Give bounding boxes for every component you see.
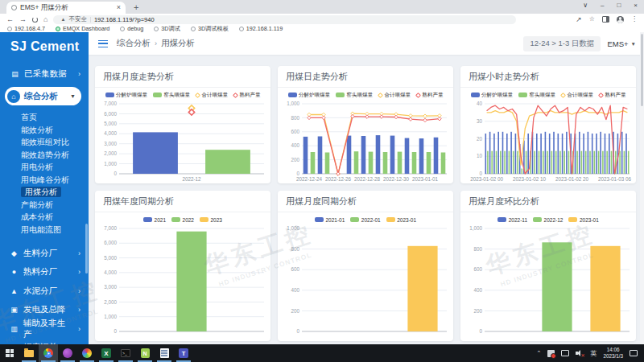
breadcrumb-section[interactable]: 综合分析	[117, 38, 151, 49]
close-icon[interactable]: ×	[634, 2, 638, 9]
sidebar-submenu-item[interactable]: 用电分析	[0, 161, 89, 174]
legend-label: 窑头喂煤量	[530, 92, 556, 99]
address-bar[interactable]: ▲ 不安全 192.168.1.119/?p=940	[53, 15, 516, 24]
taskbar-chrome-icon[interactable]	[39, 344, 58, 362]
legend-item[interactable]: 2022-01	[350, 217, 380, 223]
legend-item[interactable]: 合计喂煤量	[196, 92, 228, 99]
sidebar-submenu-item[interactable]: 能效分析	[0, 124, 89, 137]
taskbar-clock[interactable]: 14:06 2023/1/3	[603, 347, 623, 360]
browser-tab[interactable]: EMS+ 用煤分析 ×	[6, 2, 126, 14]
legend-item[interactable]: 熟料产量	[599, 92, 626, 99]
share-icon[interactable]: ↗	[576, 16, 582, 23]
sidebar-group-item[interactable]: ●熟料分厂›	[0, 263, 89, 282]
sidebar-submenu-item[interactable]: 能效班组对比	[0, 136, 89, 149]
new-tab-button[interactable]: +	[134, 2, 138, 12]
legend-item[interactable]: 2023-01	[568, 217, 598, 223]
maximize-icon[interactable]: □	[617, 2, 621, 9]
sidebar-submenu-item[interactable]: 首页	[0, 111, 89, 124]
taskbar-app-color-icon[interactable]	[77, 344, 97, 362]
sidebar-submenu-item[interactable]: 用电峰谷分析	[0, 174, 89, 187]
minimize-icon[interactable]: –	[601, 2, 604, 9]
sidebar-item-collected-data[interactable]: ▤ 已采集数据 ›	[0, 65, 89, 83]
taskbar-notepad-icon[interactable]: N	[135, 344, 155, 362]
chart-plot[interactable]: 02004006008001,0002022-12-242022-12-2620…	[278, 99, 453, 183]
sidebar-submenu-item[interactable]: 成本分析	[0, 211, 89, 224]
legend-item[interactable]: 分解炉喂煤量	[288, 92, 331, 99]
sidebar-group-item[interactable]: ◆生料分厂›	[0, 244, 89, 263]
svg-text:400: 400	[473, 287, 482, 293]
legend-item[interactable]: 2021-01	[315, 217, 345, 223]
legend-item[interactable]: 分解炉喂煤量	[105, 92, 148, 99]
taskbar-file-explorer-icon[interactable]	[19, 344, 39, 362]
legend-item[interactable]: 2023-01	[386, 217, 416, 223]
sidebar-submenu-item[interactable]: 用煤分析	[0, 186, 89, 199]
legend-item[interactable]: 2022-12	[533, 217, 563, 223]
taskbar-app-purple-icon[interactable]	[58, 344, 77, 362]
chart-plot[interactable]: 0102030402023-01-02 002023-01-02 102023-…	[460, 99, 636, 183]
legend-item[interactable]: 分解炉喂煤量	[471, 92, 514, 99]
bookmark-item[interactable]: 192.168.4.7	[7, 25, 45, 32]
legend-item[interactable]: 2021	[143, 217, 166, 223]
taskbar-terminal-icon[interactable]: >_	[116, 344, 135, 362]
legend-item[interactable]: 熟料产量	[233, 92, 261, 99]
chevron-down-icon: ▼	[70, 93, 76, 99]
legend-item[interactable]: 合计喂煤量	[561, 92, 593, 99]
legend-item[interactable]: 2023	[200, 217, 222, 223]
page-scrollbar[interactable]	[640, 32, 644, 344]
page-scrollbar-thumb[interactable]	[641, 34, 643, 106]
chart-plot[interactable]: 01,0002,0003,0004,0005,0006,0007,000	[95, 224, 270, 341]
volume-muted-icon[interactable]: ✕	[576, 350, 584, 357]
bookmark-item[interactable]: 3D调试模板	[191, 25, 229, 33]
sidebar-submenu-item[interactable]: 用电能流图	[0, 224, 89, 237]
side-panel-icon[interactable]	[602, 16, 609, 23]
sidebar-group-item[interactable]: ▥辅助及非生产›	[0, 319, 89, 339]
legend-item[interactable]: 窑头喂煤量	[518, 92, 555, 99]
tab-close-icon[interactable]: ×	[117, 4, 121, 11]
svg-text:2022-12-28: 2022-12-28	[354, 176, 381, 182]
sidebar-scrollbar-thumb[interactable]	[85, 224, 88, 274]
taskbar-document-app-icon[interactable]	[155, 344, 174, 362]
legend-item[interactable]: 合计喂煤量	[378, 92, 411, 99]
forward-icon[interactable]: →	[19, 16, 27, 23]
sidebar-group-item[interactable]: ▣发电及总降›	[0, 301, 89, 320]
profile-avatar-icon[interactable]	[617, 16, 624, 23]
back-icon[interactable]: ←	[6, 16, 14, 23]
legend-item[interactable]: 窑头喂煤量	[153, 92, 190, 99]
sidebar-submenu-item[interactable]: 产能分析	[0, 199, 89, 212]
notification-center-icon[interactable]	[630, 350, 638, 356]
legend-item[interactable]: 2022	[171, 217, 194, 223]
bookmark-item[interactable]: EMQX Dashboard	[56, 25, 109, 32]
bookmark-item[interactable]: debug	[120, 25, 143, 32]
sidebar-submenu-item[interactable]: 能效趋势分析	[0, 149, 89, 162]
legend-item[interactable]: 熟料产量	[416, 92, 444, 99]
profile-dropdown[interactable]: EMS+ ▼	[607, 39, 636, 48]
chart-plot[interactable]: 02004006008001,000	[278, 224, 453, 341]
svg-text:1,000: 1,000	[287, 225, 299, 231]
bookmark-star-icon[interactable]: ☆	[589, 16, 595, 23]
sidebar-group-item[interactable]: ▲水泥分厂›	[0, 282, 89, 301]
security-label[interactable]: 不安全	[68, 15, 87, 23]
svg-text:7,000: 7,000	[104, 225, 117, 231]
taskbar-teams-icon[interactable]: T	[174, 344, 193, 362]
browser-menu-icon[interactable]: ⋮	[631, 16, 638, 23]
bookmark-item[interactable]: 3D调试	[154, 25, 180, 33]
hamburger-menu-icon[interactable]	[98, 40, 108, 47]
sidebar-item-comprehensive-analysis[interactable]: ⌂ 综合分析 ▼	[5, 87, 81, 105]
refresh-icon[interactable]	[32, 17, 38, 23]
bookmark-item[interactable]: 192.168.1.119	[239, 25, 283, 32]
taskbar-start-button[interactable]	[0, 344, 19, 362]
url-text[interactable]: 192.168.1.119/?p=940	[94, 16, 155, 23]
taskbar-excel-icon[interactable]: X	[97, 344, 116, 362]
display-icon[interactable]	[561, 350, 569, 356]
window-menu-icon[interactable]: ∨	[583, 2, 588, 9]
ime-indicator[interactable]: 英	[590, 349, 597, 358]
legend-item[interactable]: 2022-11	[497, 217, 527, 223]
tray-app-badge-icon[interactable]	[547, 350, 555, 357]
group-label: 发电及总降	[23, 304, 66, 315]
date-range-button[interactable]: 12-24 > 1-3 日数据	[523, 36, 601, 51]
chart-plot[interactable]: 01,0002,0003,0004,0005,0006,0007,0002022…	[95, 99, 270, 183]
legend-item[interactable]: 窑头喂煤量	[336, 92, 373, 99]
home-icon[interactable]: ⌂	[43, 16, 47, 23]
tray-expand-icon[interactable]: ⌃	[537, 350, 542, 356]
chart-plot[interactable]: 02004006008001,000	[460, 224, 636, 341]
